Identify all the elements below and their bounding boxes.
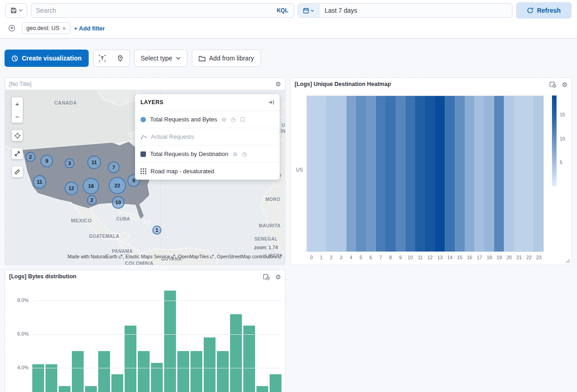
- bar[interactable]: [138, 351, 150, 392]
- map-attribution-link[interactable]: Made with NaturalEarth: [67, 254, 117, 259]
- heatmap-cell[interactable]: [386, 96, 396, 251]
- bar[interactable]: [270, 374, 281, 392]
- gridline: [32, 301, 281, 301]
- time-range-value[interactable]: Last 7 days: [319, 4, 512, 17]
- saved-query-menu-button[interactable]: [5, 3, 27, 18]
- create-visualization-button[interactable]: Create visualization: [5, 50, 89, 67]
- bar[interactable]: [204, 337, 216, 392]
- heatmap-cell[interactable]: [336, 96, 346, 251]
- x-axis-tick-label: 13: [435, 255, 445, 260]
- map-attribution-link[interactable]: Elastic Maps Service: [125, 254, 170, 259]
- bar[interactable]: [191, 351, 202, 392]
- map-cluster-marker[interactable]: 12: [65, 181, 78, 195]
- map-cluster-marker[interactable]: 7: [108, 161, 120, 173]
- heatmap-cell[interactable]: [465, 96, 475, 251]
- bar[interactable]: [98, 351, 110, 392]
- select-type-button[interactable]: Select type: [134, 50, 187, 67]
- heatmap-cell[interactable]: [425, 96, 435, 251]
- heatmap-cell[interactable]: [514, 96, 524, 251]
- layers-popover: LAYERS Total Requests and Bytes⊖◷☐Actual…: [135, 94, 280, 180]
- heatmap-cell[interactable]: [445, 96, 455, 251]
- calendar-clock-icon[interactable]: [263, 273, 270, 280]
- gear-icon[interactable]: ⚙: [275, 274, 281, 280]
- bar[interactable]: [85, 386, 97, 392]
- bar[interactable]: [151, 363, 163, 392]
- x-axis-tick-label: 11: [415, 255, 425, 260]
- layer-item[interactable]: Road map - desaturated: [135, 162, 280, 180]
- heatmap-cell[interactable]: [415, 96, 425, 251]
- heatmap-cell[interactable]: [346, 96, 356, 251]
- lens-icon: [11, 55, 18, 62]
- zoom-in-button[interactable]: +: [12, 97, 23, 110]
- date-quick-select-button[interactable]: [298, 4, 319, 17]
- heatmap-cell[interactable]: [326, 96, 336, 251]
- map-cluster-marker[interactable]: 18: [83, 178, 99, 194]
- heatmap-cell[interactable]: [435, 96, 445, 251]
- gear-icon[interactable]: ⚙: [562, 81, 567, 88]
- layer-item[interactable]: Total Requests by Destination⊖◷: [135, 145, 280, 162]
- filter-menu-button[interactable]: [5, 22, 18, 35]
- zoom-level-label: zoom: 1.74: [254, 245, 278, 250]
- map-tool-button[interactable]: [111, 50, 129, 66]
- bar[interactable]: [125, 326, 136, 392]
- bar[interactable]: [111, 374, 123, 392]
- text-tool-button[interactable]: [94, 50, 111, 66]
- map-cluster-marker[interactable]: 9: [40, 155, 53, 167]
- map-attribution-link[interactable]: OpenStreetMap contributors: [217, 254, 277, 259]
- bar[interactable]: [177, 351, 189, 392]
- map-cluster-marker[interactable]: 2: [25, 152, 35, 162]
- map-country-label: MEXICO: [71, 218, 92, 223]
- collapse-icon[interactable]: [268, 99, 274, 106]
- bar[interactable]: [45, 364, 57, 392]
- map-cluster-marker[interactable]: 11: [87, 156, 100, 169]
- resize-handle[interactable]: [565, 258, 570, 263]
- draw-tools-button[interactable]: [12, 166, 23, 177]
- bar[interactable]: [72, 351, 84, 392]
- heatmap-cell[interactable]: [376, 96, 386, 251]
- heatmap-cell[interactable]: [366, 96, 376, 251]
- select-type-label: Select type: [141, 55, 172, 62]
- bar[interactable]: [59, 386, 70, 392]
- bar[interactable]: [217, 351, 229, 392]
- map-attribution-link[interactable]: OpenMapTiles: [178, 254, 209, 259]
- map-cluster-marker[interactable]: 11: [33, 175, 46, 188]
- kql-button[interactable]: KQL: [271, 7, 294, 14]
- bar[interactable]: [164, 291, 176, 392]
- heatmap-cell[interactable]: [307, 96, 317, 251]
- heatmap-cell[interactable]: [406, 96, 416, 251]
- add-from-library-button[interactable]: Add from library: [192, 50, 261, 67]
- bar[interactable]: [230, 314, 242, 392]
- refresh-button[interactable]: Refresh: [516, 2, 572, 19]
- heatmap-cell[interactable]: [484, 96, 494, 251]
- heatmap-cell[interactable]: [474, 96, 484, 251]
- bar[interactable]: [256, 386, 268, 392]
- heatmap-cell[interactable]: [533, 96, 543, 251]
- layer-item[interactable]: Total Requests and Bytes⊖◷☐: [135, 111, 280, 128]
- ruler-icon: [14, 169, 20, 175]
- layer-item[interactable]: Actual Requests: [135, 128, 280, 145]
- x-axis-tick-label: 6: [366, 255, 376, 260]
- gear-icon[interactable]: ⚙: [275, 81, 281, 87]
- search-input[interactable]: [31, 7, 271, 14]
- zoom-out-button[interactable]: −: [12, 110, 23, 123]
- set-view-button[interactable]: [12, 130, 23, 141]
- filter-pill[interactable]: geo.dest: US ×: [22, 22, 70, 34]
- x-axis-tick-label: 20: [504, 255, 514, 260]
- map-cluster-marker[interactable]: 2: [87, 195, 97, 205]
- layers-title: LAYERS: [140, 99, 164, 106]
- heatmap-cell[interactable]: [356, 96, 366, 251]
- heatmap-cell[interactable]: [317, 96, 327, 251]
- add-filter-link[interactable]: + Add filter: [74, 25, 105, 32]
- heatmap-cell[interactable]: [494, 96, 504, 251]
- heatmap-cell[interactable]: [396, 96, 406, 251]
- bar[interactable]: [243, 326, 255, 392]
- fit-to-data-button[interactable]: [12, 148, 23, 159]
- remove-filter-icon[interactable]: ×: [62, 25, 66, 32]
- bytes-panel-header: [Logs] Bytes distribution ⚙: [5, 270, 285, 282]
- calendar-clock-icon[interactable]: [549, 81, 556, 88]
- bar[interactable]: [32, 364, 44, 392]
- map-area[interactable]: + − LAYERS Total Requests and Bytes⊖◷☐Ac…: [5, 90, 285, 265]
- heatmap-cell[interactable]: [504, 96, 514, 251]
- heatmap-cell[interactable]: [455, 96, 465, 251]
- heatmap-cell[interactable]: [524, 96, 534, 251]
